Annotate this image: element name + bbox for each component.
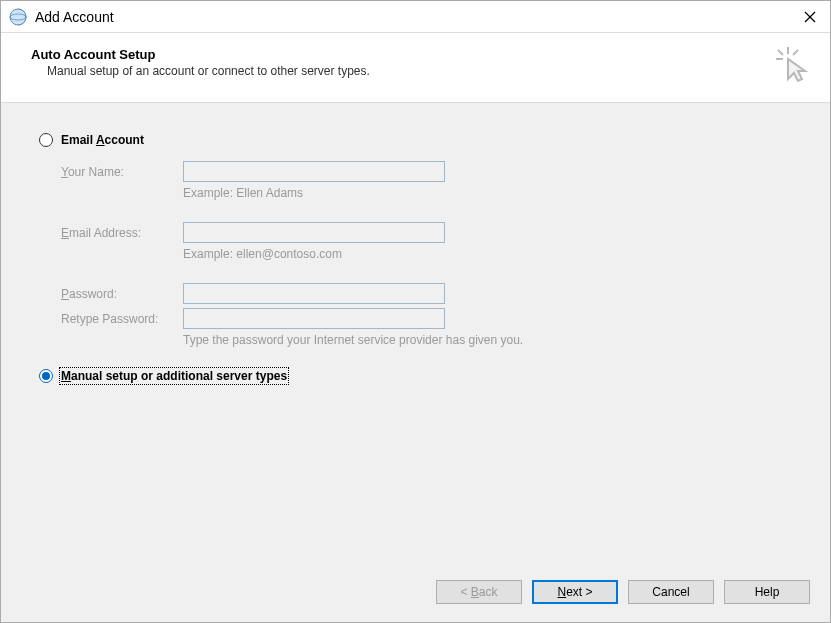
row-your-name: Your Name: <box>61 161 802 182</box>
hint-your-name: Example: Ellen Adams <box>183 186 802 200</box>
row-retype-password: Retype Password: <box>61 308 802 329</box>
input-your-name <box>183 161 445 182</box>
cursor-icon <box>772 45 810 86</box>
option-email-account[interactable]: Email Account <box>39 133 802 147</box>
input-password <box>183 283 445 304</box>
radio-email-account[interactable] <box>39 133 53 147</box>
radio-label-manual-setup: Manual setup or additional server types <box>61 369 287 383</box>
back-button: < Back <box>436 580 522 604</box>
input-email-address <box>183 222 445 243</box>
cancel-button[interactable]: Cancel <box>628 580 714 604</box>
wizard-body: Email Account Your Name: Example: Ellen … <box>1 102 830 566</box>
wizard-subheading: Manual setup of an account or connect to… <box>47 64 810 78</box>
label-your-name: Your Name: <box>61 165 183 179</box>
svg-line-7 <box>793 50 798 55</box>
radio-label-email-account: Email Account <box>61 133 144 147</box>
close-button[interactable] <box>790 1 830 33</box>
email-account-form: Your Name: Example: Ellen Adams Email Ad… <box>61 161 802 347</box>
row-email-address: Email Address: <box>61 222 802 243</box>
label-email-address: Email Address: <box>61 226 183 240</box>
help-button[interactable]: Help <box>724 580 810 604</box>
titlebar: Add Account <box>1 1 830 33</box>
next-button[interactable]: Next > <box>532 580 618 604</box>
app-icon <box>9 8 27 26</box>
hint-email-address: Example: ellen@contoso.com <box>183 247 802 261</box>
add-account-window: Add Account Auto Account Setup Manual se… <box>0 0 831 623</box>
wizard-header: Auto Account Setup Manual setup of an ac… <box>1 33 830 102</box>
svg-line-6 <box>778 50 783 55</box>
window-title: Add Account <box>35 9 790 25</box>
label-retype-password: Retype Password: <box>61 312 183 326</box>
row-password: Password: <box>61 283 802 304</box>
hint-password: Type the password your Internet service … <box>183 333 802 347</box>
label-password: Password: <box>61 287 183 301</box>
radio-manual-setup[interactable] <box>39 369 53 383</box>
input-retype-password <box>183 308 445 329</box>
option-manual-setup[interactable]: Manual setup or additional server types <box>39 369 802 383</box>
wizard-footer: < Back Next > Cancel Help <box>1 566 830 622</box>
wizard-heading: Auto Account Setup <box>31 47 810 62</box>
